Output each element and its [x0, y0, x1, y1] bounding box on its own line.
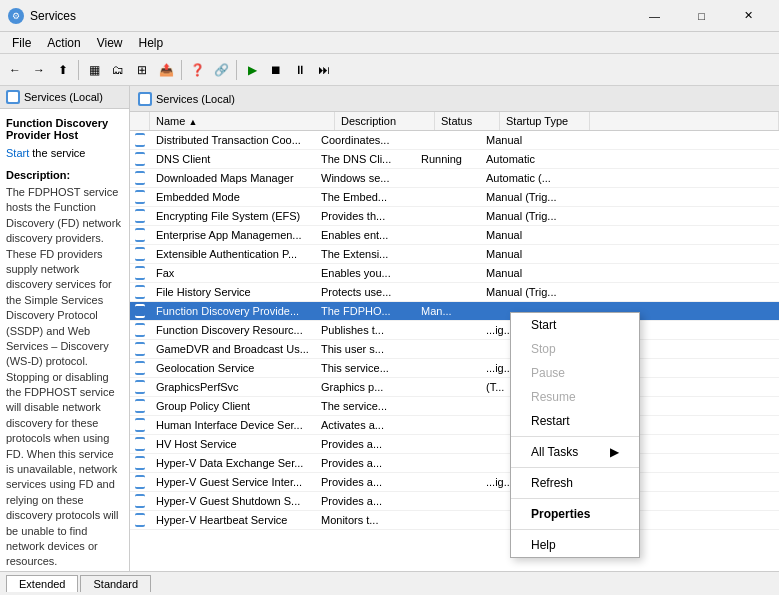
- toolbar-link[interactable]: 🔗: [210, 59, 232, 81]
- menu-view[interactable]: View: [89, 34, 131, 52]
- toolbar-up[interactable]: ⬆: [52, 59, 74, 81]
- ctx-help[interactable]: Help: [511, 533, 639, 557]
- toolbar-pause-service[interactable]: ⏸: [289, 59, 311, 81]
- ctx-stop: Stop: [511, 337, 639, 361]
- row-status: [415, 328, 480, 332]
- services-table[interactable]: Name ▲ Description Status Startup Type D…: [130, 112, 779, 571]
- table-row[interactable]: Hyper-V Heartbeat Service Monitors t...: [130, 511, 779, 530]
- tab-extended[interactable]: Extended: [6, 575, 78, 592]
- table-row[interactable]: Extensible Authentication P... The Exten…: [130, 245, 779, 264]
- description-text: The FDPHOST service hosts the Function D…: [6, 185, 123, 570]
- toolbar-show-hide[interactable]: ▦: [83, 59, 105, 81]
- minimize-button[interactable]: —: [632, 6, 677, 26]
- table-header: Name ▲ Description Status Startup Type: [130, 112, 779, 131]
- table-row[interactable]: GraphicsPerfSvc Graphics p... (T...: [130, 378, 779, 397]
- row-icon: [130, 473, 150, 491]
- ctx-all-tasks[interactable]: All Tasks ▶: [511, 440, 639, 464]
- table-row[interactable]: File History Service Protects use... Man…: [130, 283, 779, 302]
- row-status: [415, 480, 480, 484]
- toolbar-stop-service[interactable]: ⏹: [265, 59, 287, 81]
- row-icon: [130, 340, 150, 358]
- row-status: [415, 518, 480, 522]
- table-row[interactable]: Human Interface Device Ser... Activates …: [130, 416, 779, 435]
- toolbar-export[interactable]: 📤: [155, 59, 177, 81]
- row-icon: [130, 302, 150, 320]
- menu-help[interactable]: Help: [131, 34, 172, 52]
- row-status: [415, 214, 480, 218]
- menu-action[interactable]: Action: [39, 34, 88, 52]
- toolbar-start-service[interactable]: ▶: [241, 59, 263, 81]
- row-status: [415, 442, 480, 446]
- row-name: Group Policy Client: [150, 398, 315, 414]
- ctx-sep-3: [511, 498, 639, 499]
- table-row[interactable]: Embedded Mode The Embed... Manual (Trig.…: [130, 188, 779, 207]
- row-desc: Monitors t...: [315, 512, 415, 528]
- row-name: Function Discovery Provide...: [150, 303, 315, 319]
- start-link[interactable]: Start: [6, 147, 29, 159]
- row-icon: [130, 416, 150, 434]
- row-status: [415, 423, 480, 427]
- table-row[interactable]: Hyper-V Guest Service Inter... Provides …: [130, 473, 779, 492]
- row-status: [415, 404, 480, 408]
- left-panel-header: Services (Local): [0, 86, 129, 109]
- row-name: Encrypting File System (EFS): [150, 208, 315, 224]
- row-startup: Manual (Trig...: [480, 208, 570, 224]
- toolbar-forward[interactable]: →: [28, 59, 50, 81]
- row-startup: Automatic (...: [480, 170, 570, 186]
- toolbar-help-icon[interactable]: ❓: [186, 59, 208, 81]
- table-row[interactable]: Downloaded Maps Manager Windows se... Au…: [130, 169, 779, 188]
- th-name[interactable]: Name ▲: [150, 112, 335, 130]
- table-row[interactable]: Hyper-V Guest Shutdown S... Provides a..…: [130, 492, 779, 511]
- table-row[interactable]: Function Discovery Resourc... Publishes …: [130, 321, 779, 340]
- th-startup-type[interactable]: Startup Type: [500, 112, 590, 130]
- toolbar-restart-service[interactable]: ⏭: [313, 59, 335, 81]
- close-button[interactable]: ✕: [726, 6, 771, 26]
- window-title: Services: [30, 9, 76, 23]
- ctx-restart[interactable]: Restart: [511, 409, 639, 433]
- row-status: [415, 195, 480, 199]
- th-status[interactable]: Status: [435, 112, 500, 130]
- row-name: Hyper-V Guest Shutdown S...: [150, 493, 315, 509]
- maximize-button[interactable]: □: [679, 6, 724, 26]
- ctx-all-tasks-arrow: ▶: [610, 445, 619, 459]
- table-row[interactable]: Function Discovery Provide... The FDPHO.…: [130, 302, 779, 321]
- row-desc: Provides a...: [315, 436, 415, 452]
- toolbar-filter[interactable]: ⊞: [131, 59, 153, 81]
- ctx-properties[interactable]: Properties: [511, 502, 639, 526]
- row-name: Distributed Transaction Coo...: [150, 132, 315, 148]
- row-desc: Enables you...: [315, 265, 415, 281]
- row-name: Enterprise App Managemen...: [150, 227, 315, 243]
- th-description[interactable]: Description: [335, 112, 435, 130]
- row-desc: Provides a...: [315, 455, 415, 471]
- title-bar-left: ⚙ Services: [8, 8, 76, 24]
- sort-arrow-name: ▲: [188, 117, 197, 127]
- row-startup: Manual (Trig...: [480, 284, 570, 300]
- toolbar-sep-3: [236, 60, 237, 80]
- table-row[interactable]: Fax Enables you... Manual: [130, 264, 779, 283]
- toolbar-tree[interactable]: 🗂: [107, 59, 129, 81]
- table-row[interactable]: Distributed Transaction Coo... Coordinat…: [130, 131, 779, 150]
- table-row[interactable]: Hyper-V Data Exchange Ser... Provides a.…: [130, 454, 779, 473]
- ctx-sep-2: [511, 467, 639, 468]
- row-status: [415, 271, 480, 275]
- table-row[interactable]: GameDVR and Broadcast Us... This user s.…: [130, 340, 779, 359]
- table-row[interactable]: Encrypting File System (EFS) Provides th…: [130, 207, 779, 226]
- table-row[interactable]: Group Policy Client The service...: [130, 397, 779, 416]
- row-name: GraphicsPerfSvc: [150, 379, 315, 395]
- row-status: [415, 366, 480, 370]
- table-row[interactable]: Enterprise App Managemen... Enables ent.…: [130, 226, 779, 245]
- toolbar-back[interactable]: ←: [4, 59, 26, 81]
- menu-file[interactable]: File: [4, 34, 39, 52]
- main-area: Services (Local) Function Discovery Prov…: [0, 86, 779, 571]
- table-row[interactable]: Geolocation Service This service... ...i…: [130, 359, 779, 378]
- row-icon: [130, 264, 150, 282]
- ctx-start[interactable]: Start: [511, 313, 639, 337]
- row-startup: Manual: [480, 246, 570, 262]
- row-icon: [130, 169, 150, 187]
- row-icon: [130, 454, 150, 472]
- ctx-refresh[interactable]: Refresh: [511, 471, 639, 495]
- tab-standard[interactable]: Standard: [80, 575, 151, 592]
- table-row[interactable]: DNS Client The DNS Cli... Running Automa…: [130, 150, 779, 169]
- row-status: [415, 499, 480, 503]
- table-row[interactable]: HV Host Service Provides a...: [130, 435, 779, 454]
